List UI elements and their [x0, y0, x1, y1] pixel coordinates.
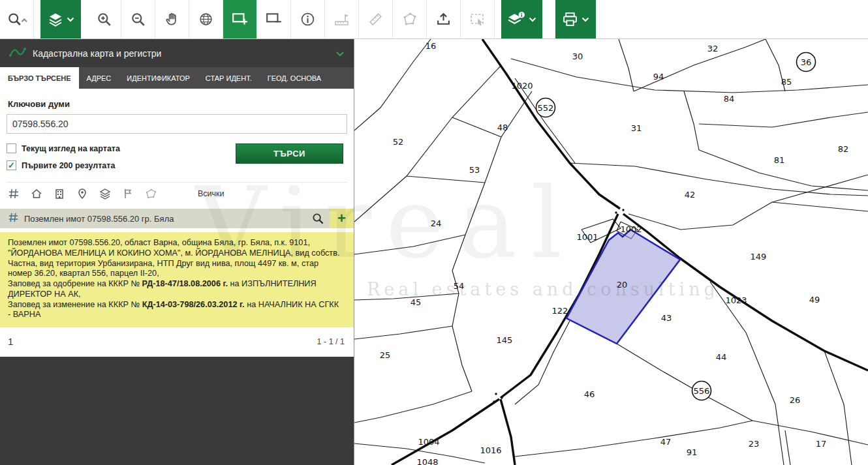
parcel-boundary [407, 176, 485, 183]
result-details[interactable]: Поземлен имот 07598.556.20, област Варна… [0, 232, 354, 327]
parcel-label-52: 52 [393, 137, 404, 147]
current-view-label: Текущ изглед на картата [22, 144, 120, 153]
filter-home-icon[interactable] [31, 188, 42, 200]
layers-button[interactable] [40, 0, 81, 38]
first-results-label: Първите 200 резултата [22, 161, 115, 170]
add-result-button[interactable]: + [330, 209, 354, 228]
parcel-label-94: 94 [653, 72, 664, 82]
export-button[interactable] [427, 0, 461, 38]
zoom-out-button[interactable] [121, 0, 155, 38]
parcel-boundary [452, 117, 501, 137]
sidebar-header: Кадастрална карта и регистри [0, 39, 354, 67]
parcel-label-26: 26 [790, 395, 801, 405]
search-button[interactable]: ТЪРСИ [236, 143, 343, 164]
parcel-label-82: 82 [838, 144, 849, 154]
parcel-label-46: 46 [584, 389, 595, 399]
keywords-input[interactable] [7, 114, 347, 134]
parcel-boundary [684, 91, 699, 150]
filter-row: Всички [7, 182, 347, 201]
parcel-label-23: 23 [749, 439, 760, 449]
print-button[interactable] [555, 0, 596, 38]
parcel-label-53: 53 [469, 165, 480, 175]
parcel-boundary [354, 391, 472, 423]
parcel-label-1002: 1002 [620, 224, 642, 234]
zoom-rect-in-button[interactable] [223, 0, 257, 38]
result-detail-paragraph: Заповед за изменение на КККР № КД-14-03-… [8, 300, 343, 321]
road-line [501, 399, 515, 465]
parcel-label-81: 81 [774, 155, 785, 165]
app-root: Кадастрална карта и регистри БЪРЗО ТЪРСЕ… [0, 0, 868, 465]
road-line [623, 214, 868, 370]
parcel-boundary [628, 202, 772, 230]
parcel-label-54: 54 [454, 281, 465, 291]
filter-all-label[interactable]: Всички [198, 189, 225, 198]
zoom-in-button[interactable] [87, 0, 121, 38]
parcel-label-47: 47 [660, 437, 672, 447]
tab-адрес[interactable]: АДРЕС [79, 67, 119, 89]
parcel-label-24: 24 [431, 218, 442, 228]
parcel-label-30: 30 [572, 52, 583, 61]
junction-dot [495, 393, 497, 395]
tabs: БЪРЗО ТЪРСЕНЕАДРЕСИДЕНТИФИКАТОРСТАР ИДЕН… [0, 67, 354, 89]
parcel-label-1020: 1020 [511, 81, 533, 91]
search-panel-toggle-button[interactable] [0, 0, 34, 38]
page-number[interactable]: 1 [8, 336, 13, 347]
parcel-label-91: 91 [687, 447, 698, 457]
parcel-label-1016: 1016 [480, 445, 501, 455]
main-area: Кадастрална карта и регистри БЪРЗО ТЪРСЕ… [0, 39, 868, 465]
tab-бързо-търсене[interactable]: БЪРЗО ТЪРСЕНЕ [0, 67, 79, 89]
parcel-label-20: 20 [617, 280, 628, 290]
parcel-label-122: 122 [552, 306, 568, 316]
first-results-checkbox[interactable] [7, 160, 16, 170]
route-icon [9, 46, 26, 61]
current-view-checkbox[interactable] [7, 143, 16, 153]
parcel-boundary [354, 235, 465, 254]
map-svg: 1630329485841020483182815253422410011002… [354, 39, 868, 465]
parcel-label-84: 84 [724, 94, 735, 104]
parcel-label-31: 31 [631, 123, 642, 133]
filter-building-icon[interactable] [54, 188, 65, 200]
sidebar: Кадастрална карта и регистри БЪРЗО ТЪРСЕ… [0, 39, 354, 465]
tab-стар-идент-[interactable]: СТАР ИДЕНТ. [198, 67, 260, 89]
zoom-to-result-icon[interactable] [307, 213, 330, 225]
parcel-boundary [570, 163, 868, 196]
page-info: 1 - 1 / 1 [317, 337, 345, 346]
parcel-boundary [699, 112, 868, 127]
measure-distance-button [325, 0, 359, 38]
parcel-label-25: 25 [380, 350, 391, 360]
map-info-button[interactable] [501, 0, 542, 38]
parcel-boundary [515, 321, 570, 404]
info-button[interactable] [291, 0, 325, 38]
pagination: 1 1 - 1 / 1 [0, 327, 354, 357]
parcel-label-17: 17 [816, 439, 827, 449]
parcel-boundary [617, 344, 752, 421]
road-number-36: 36 [801, 57, 812, 67]
filter-grid-icon[interactable] [8, 188, 20, 200]
parcel-boundary [785, 430, 790, 465]
parcel-label-1004: 1004 [418, 437, 439, 447]
filter-layers-icon[interactable] [99, 188, 111, 200]
search-options: Текущ изглед на картата Първите 200 резу… [7, 143, 347, 170]
pan-button[interactable] [155, 0, 189, 38]
parcel-label-145: 145 [497, 335, 513, 345]
filter-icons-wrap [8, 188, 157, 200]
measure-area-button [393, 0, 427, 38]
filter-polygon-icon[interactable] [145, 188, 157, 200]
result-detail-paragraph: Поземлен имот 07598.556.20, област Варна… [8, 238, 343, 279]
parcel-label-85: 85 [781, 77, 792, 87]
result-header-row[interactable]: Поземлен имот 07598.556.20 гр. Бяла + [0, 209, 354, 228]
sidebar-collapse-chevron-icon[interactable] [335, 48, 345, 59]
parcel-label-16: 16 [426, 41, 437, 51]
tab-идентификатор[interactable]: ИДЕНТИФИКАТОР [119, 67, 198, 89]
zoom-rect-out-button[interactable] [257, 0, 291, 38]
map-canvas[interactable]: 1630329485841020483182815253422410011002… [354, 39, 868, 465]
parcel-boundary [354, 39, 431, 130]
parcel-boundary [752, 421, 868, 445]
filter-marker-icon[interactable] [76, 188, 88, 200]
globe-button[interactable] [189, 0, 223, 38]
measure-length-button [359, 0, 393, 38]
road-number-556: 556 [694, 386, 710, 396]
search-panel: Ключови думи Текущ изглед на картата Пър… [0, 89, 354, 357]
filter-flag-icon[interactable] [122, 188, 134, 200]
tab-геод-основа[interactable]: ГЕОД. ОСНОВА [260, 67, 329, 89]
